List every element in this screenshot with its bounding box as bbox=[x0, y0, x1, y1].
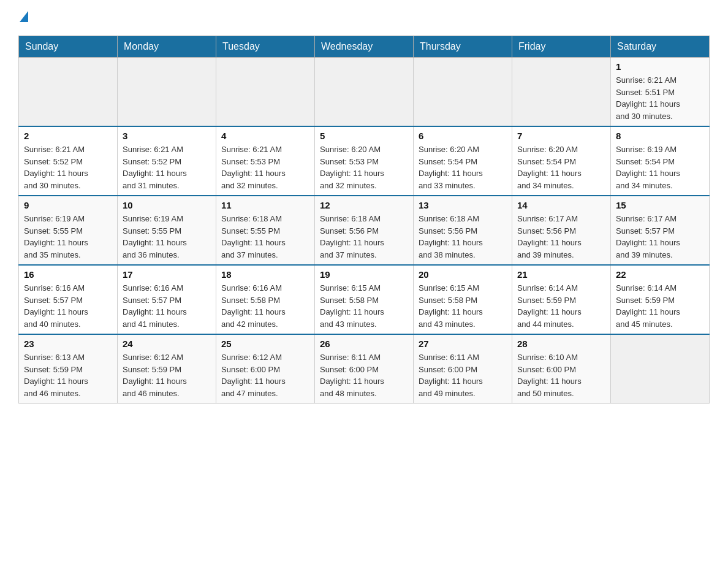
day-cell bbox=[414, 58, 512, 127]
day-cell: 2Sunrise: 6:21 AM Sunset: 5:52 PM Daylig… bbox=[19, 126, 118, 196]
day-cell: 13Sunrise: 6:18 AM Sunset: 5:56 PM Dayli… bbox=[414, 196, 512, 265]
day-number: 18 bbox=[221, 269, 309, 280]
day-number: 7 bbox=[517, 131, 605, 141]
day-info: Sunrise: 6:21 AM Sunset: 5:52 PM Dayligh… bbox=[123, 144, 211, 191]
day-info: Sunrise: 6:11 AM Sunset: 6:00 PM Dayligh… bbox=[419, 351, 507, 399]
day-number: 14 bbox=[517, 200, 605, 210]
day-info: Sunrise: 6:16 AM Sunset: 5:58 PM Dayligh… bbox=[221, 282, 309, 330]
day-number: 27 bbox=[419, 339, 507, 349]
day-info: Sunrise: 6:18 AM Sunset: 5:56 PM Dayligh… bbox=[419, 213, 507, 261]
day-info: Sunrise: 6:10 AM Sunset: 6:00 PM Dayligh… bbox=[517, 351, 605, 399]
day-number: 11 bbox=[221, 200, 309, 210]
day-cell bbox=[19, 58, 118, 127]
day-info: Sunrise: 6:16 AM Sunset: 5:57 PM Dayligh… bbox=[24, 282, 112, 330]
day-number: 15 bbox=[616, 200, 704, 210]
day-info: Sunrise: 6:16 AM Sunset: 5:57 PM Dayligh… bbox=[123, 282, 211, 330]
day-number: 16 bbox=[24, 269, 112, 280]
day-cell: 26Sunrise: 6:11 AM Sunset: 6:00 PM Dayli… bbox=[315, 334, 414, 404]
day-number: 9 bbox=[24, 200, 112, 210]
day-number: 23 bbox=[24, 339, 112, 349]
day-cell: 9Sunrise: 6:19 AM Sunset: 5:55 PM Daylig… bbox=[19, 196, 118, 265]
day-cell: 3Sunrise: 6:21 AM Sunset: 5:52 PM Daylig… bbox=[118, 126, 216, 196]
day-info: Sunrise: 6:21 AM Sunset: 5:51 PM Dayligh… bbox=[616, 74, 704, 122]
day-cell: 10Sunrise: 6:19 AM Sunset: 5:55 PM Dayli… bbox=[118, 196, 216, 265]
day-info: Sunrise: 6:21 AM Sunset: 5:52 PM Dayligh… bbox=[24, 144, 112, 191]
day-number: 8 bbox=[616, 131, 704, 141]
day-cell: 22Sunrise: 6:14 AM Sunset: 5:59 PM Dayli… bbox=[611, 265, 710, 334]
day-cell: 7Sunrise: 6:20 AM Sunset: 5:54 PM Daylig… bbox=[512, 126, 611, 196]
day-info: Sunrise: 6:19 AM Sunset: 5:54 PM Dayligh… bbox=[616, 144, 704, 191]
day-number: 20 bbox=[419, 269, 507, 280]
day-number: 1 bbox=[616, 61, 704, 72]
day-info: Sunrise: 6:18 AM Sunset: 5:55 PM Dayligh… bbox=[221, 213, 309, 261]
day-info: Sunrise: 6:15 AM Sunset: 5:58 PM Dayligh… bbox=[320, 282, 408, 330]
day-cell: 1Sunrise: 6:21 AM Sunset: 5:51 PM Daylig… bbox=[611, 58, 710, 127]
day-cell: 24Sunrise: 6:12 AM Sunset: 5:59 PM Dayli… bbox=[118, 334, 216, 404]
day-cell: 23Sunrise: 6:13 AM Sunset: 5:59 PM Dayli… bbox=[19, 334, 118, 404]
day-cell: 20Sunrise: 6:15 AM Sunset: 5:58 PM Dayli… bbox=[414, 265, 512, 334]
day-info: Sunrise: 6:14 AM Sunset: 5:59 PM Dayligh… bbox=[517, 282, 605, 330]
day-cell bbox=[216, 58, 315, 127]
day-number: 2 bbox=[24, 131, 112, 141]
day-number: 10 bbox=[123, 200, 211, 210]
day-cell bbox=[611, 334, 710, 404]
day-info: Sunrise: 6:15 AM Sunset: 5:58 PM Dayligh… bbox=[419, 282, 507, 330]
day-number: 13 bbox=[419, 200, 507, 210]
day-info: Sunrise: 6:19 AM Sunset: 5:55 PM Dayligh… bbox=[123, 213, 211, 261]
day-cell: 25Sunrise: 6:12 AM Sunset: 6:00 PM Dayli… bbox=[216, 334, 315, 404]
day-header-thursday: Thursday bbox=[414, 36, 512, 58]
day-cell: 21Sunrise: 6:14 AM Sunset: 5:59 PM Dayli… bbox=[512, 265, 611, 334]
day-number: 28 bbox=[517, 339, 605, 349]
logo bbox=[18, 12, 28, 23]
day-info: Sunrise: 6:18 AM Sunset: 5:56 PM Dayligh… bbox=[320, 213, 408, 261]
day-info: Sunrise: 6:11 AM Sunset: 6:00 PM Dayligh… bbox=[320, 351, 408, 399]
day-header-saturday: Saturday bbox=[611, 36, 710, 58]
day-info: Sunrise: 6:13 AM Sunset: 5:59 PM Dayligh… bbox=[24, 351, 112, 399]
day-number: 19 bbox=[320, 269, 408, 280]
day-cell: 16Sunrise: 6:16 AM Sunset: 5:57 PM Dayli… bbox=[19, 265, 118, 334]
day-info: Sunrise: 6:20 AM Sunset: 5:54 PM Dayligh… bbox=[517, 144, 605, 191]
day-cell: 15Sunrise: 6:17 AM Sunset: 5:57 PM Dayli… bbox=[611, 196, 710, 265]
day-cell bbox=[315, 58, 414, 127]
calendar-table: SundayMondayTuesdayWednesdayThursdayFrid… bbox=[18, 36, 710, 404]
day-info: Sunrise: 6:14 AM Sunset: 5:59 PM Dayligh… bbox=[616, 282, 704, 330]
page-header bbox=[18, 12, 710, 23]
day-cell: 4Sunrise: 6:21 AM Sunset: 5:53 PM Daylig… bbox=[216, 126, 315, 196]
day-header-tuesday: Tuesday bbox=[216, 36, 315, 58]
day-info: Sunrise: 6:20 AM Sunset: 5:54 PM Dayligh… bbox=[419, 144, 507, 191]
day-number: 26 bbox=[320, 339, 408, 349]
day-info: Sunrise: 6:17 AM Sunset: 5:57 PM Dayligh… bbox=[616, 213, 704, 261]
day-number: 6 bbox=[419, 131, 507, 141]
week-row-4: 16Sunrise: 6:16 AM Sunset: 5:57 PM Dayli… bbox=[19, 265, 710, 334]
day-number: 21 bbox=[517, 269, 605, 280]
day-cell: 11Sunrise: 6:18 AM Sunset: 5:55 PM Dayli… bbox=[216, 196, 315, 265]
day-number: 22 bbox=[616, 269, 704, 280]
day-info: Sunrise: 6:17 AM Sunset: 5:56 PM Dayligh… bbox=[517, 213, 605, 261]
day-number: 17 bbox=[123, 269, 211, 280]
day-number: 3 bbox=[123, 131, 211, 141]
day-number: 5 bbox=[320, 131, 408, 141]
day-headers-row: SundayMondayTuesdayWednesdayThursdayFrid… bbox=[19, 36, 710, 58]
day-cell: 12Sunrise: 6:18 AM Sunset: 5:56 PM Dayli… bbox=[315, 196, 414, 265]
day-info: Sunrise: 6:12 AM Sunset: 5:59 PM Dayligh… bbox=[123, 351, 211, 399]
logo-triangle-icon bbox=[20, 11, 28, 22]
week-row-3: 9Sunrise: 6:19 AM Sunset: 5:55 PM Daylig… bbox=[19, 196, 710, 265]
day-cell bbox=[118, 58, 216, 127]
day-number: 25 bbox=[221, 339, 309, 349]
day-header-wednesday: Wednesday bbox=[315, 36, 414, 58]
day-cell: 18Sunrise: 6:16 AM Sunset: 5:58 PM Dayli… bbox=[216, 265, 315, 334]
day-number: 24 bbox=[123, 339, 211, 349]
day-cell: 14Sunrise: 6:17 AM Sunset: 5:56 PM Dayli… bbox=[512, 196, 611, 265]
week-row-5: 23Sunrise: 6:13 AM Sunset: 5:59 PM Dayli… bbox=[19, 334, 710, 404]
day-header-sunday: Sunday bbox=[19, 36, 118, 58]
day-info: Sunrise: 6:20 AM Sunset: 5:53 PM Dayligh… bbox=[320, 144, 408, 191]
day-info: Sunrise: 6:12 AM Sunset: 6:00 PM Dayligh… bbox=[221, 351, 309, 399]
day-cell: 17Sunrise: 6:16 AM Sunset: 5:57 PM Dayli… bbox=[118, 265, 216, 334]
day-header-monday: Monday bbox=[118, 36, 216, 58]
day-number: 4 bbox=[221, 131, 309, 141]
day-cell: 6Sunrise: 6:20 AM Sunset: 5:54 PM Daylig… bbox=[414, 126, 512, 196]
day-number: 12 bbox=[320, 200, 408, 210]
day-cell: 5Sunrise: 6:20 AM Sunset: 5:53 PM Daylig… bbox=[315, 126, 414, 196]
day-cell: 8Sunrise: 6:19 AM Sunset: 5:54 PM Daylig… bbox=[611, 126, 710, 196]
day-cell: 27Sunrise: 6:11 AM Sunset: 6:00 PM Dayli… bbox=[414, 334, 512, 404]
